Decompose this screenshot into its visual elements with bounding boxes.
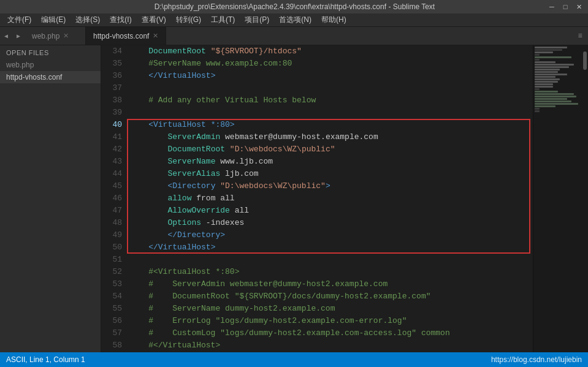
line-num-36: 36	[101, 70, 122, 82]
sidebar-file-httpd[interactable]: httpd-vhosts.conf	[0, 71, 101, 83]
menu-view[interactable]: 查看(V)	[137, 13, 171, 26]
code-line-56: # ErrorLog "logs/dummy-host2.example.com…	[129, 315, 533, 327]
code-line-39	[129, 107, 533, 119]
line-num-58: 58	[101, 339, 122, 352]
code-line-49: </Directory>	[129, 229, 533, 241]
menu-tools[interactable]: 工具(T)	[206, 13, 240, 26]
tab-httpd-vhosts[interactable]: httpd-vhosts.conf ✕	[86, 27, 166, 45]
line-num-55: 55	[101, 303, 122, 315]
minimize-button[interactable]: ─	[548, 2, 556, 11]
menu-bar: 文件(F) 编辑(E) 选择(S) 查找(I) 查看(V) 转到(G) 工具(T…	[0, 13, 588, 27]
line-num-54: 54	[101, 290, 122, 303]
code-line-42: DocumentRoot "D:\webdocs\WZ\public"	[129, 143, 533, 156]
menu-edit[interactable]: 编辑(E)	[36, 13, 71, 26]
line-num-48: 48	[101, 217, 122, 229]
line-num-51: 51	[101, 254, 122, 266]
tab-bar: ◀ ▶ web.php ✕ httpd-vhosts.conf ✕ ≡	[0, 27, 588, 45]
code-line-43: ServerName www.ljb.com	[129, 156, 533, 168]
menu-goto[interactable]: 转到(G)	[171, 13, 206, 26]
line-numbers: 34 35 36 37 38 39 40 41 42 43 44 45 46 4…	[101, 45, 127, 352]
line-num-45: 45	[101, 180, 122, 192]
line-num-47: 47	[101, 205, 122, 217]
line-num-40: 40	[101, 119, 122, 131]
status-position: ASCII, Line 1, Column 1	[6, 355, 85, 364]
line-num-57: 57	[101, 327, 122, 339]
code-line-45: <Directory "D:\webdocs\WZ\public">	[129, 180, 533, 192]
code-line-50: </VirtualHost>	[129, 241, 533, 254]
maximize-button[interactable]: □	[561, 2, 570, 11]
line-num-39: 39	[101, 107, 122, 119]
title-bar: D:\phpstudy_pro\Extensions\Apache2.4.39\…	[0, 0, 588, 13]
code-line-41: ServerAdmin webmaster@dummy-host.example…	[129, 131, 533, 143]
menu-help[interactable]: 帮助(H)	[316, 13, 351, 26]
code-line-46: allow from all	[129, 192, 533, 205]
menu-preferences[interactable]: 首选项(N)	[274, 13, 316, 26]
vertical-scrollbar[interactable]	[582, 45, 588, 352]
main-layout: OPEN FILES web.php httpd-vhosts.conf 34 …	[0, 45, 588, 352]
code-line-47: AllowOverride all	[129, 205, 533, 217]
code-line-53: # ServerAdmin webmaster@dummy-host2.exam…	[129, 278, 533, 290]
close-button[interactable]: ✕	[575, 2, 583, 11]
code-content[interactable]: DocumentRoot "${SRVROOT}/htdocs" #Server…	[127, 45, 533, 352]
code-line-54: # DocumentRoot "${SRVROOT}/docs/dummy-ho…	[129, 290, 533, 303]
code-line-38: # Add any other Virtual Hosts below	[129, 94, 533, 107]
sidebar-header: OPEN FILES	[0, 45, 101, 59]
tab-web-php-close[interactable]: ✕	[63, 32, 69, 40]
line-num-37: 37	[101, 82, 122, 94]
code-line-55: # ServerName dummy-host2.example.com	[129, 303, 533, 315]
line-num-56: 56	[101, 315, 122, 327]
sidebar-file-web-php[interactable]: web.php	[0, 59, 101, 71]
tab-overflow-menu[interactable]: ≡	[572, 27, 588, 45]
code-line-58: #</VirtualHost>	[129, 339, 533, 352]
line-num-50: 50	[101, 241, 122, 254]
line-num-44: 44	[101, 168, 122, 180]
menu-project[interactable]: 项目(P)	[240, 13, 274, 26]
minimap-content	[533, 45, 582, 114]
line-num-53: 53	[101, 278, 122, 290]
code-line-59	[129, 352, 533, 352]
minimap[interactable]	[533, 45, 582, 352]
window-title: D:\phpstudy_pro\Extensions\Apache2.4.39\…	[42, 2, 548, 11]
code-line-51	[129, 254, 533, 266]
line-num-52: 52	[101, 266, 122, 278]
code-line-36: </VirtualHost>	[129, 70, 533, 82]
code-line-48: Options -indexes	[129, 217, 533, 229]
status-url: https://blog.csdn.net/lujiebin	[491, 355, 582, 364]
line-num-41: 41	[101, 131, 122, 143]
line-num-38: 38	[101, 94, 122, 107]
tab-web-php[interactable]: web.php ✕	[25, 27, 86, 45]
line-num-35: 35	[101, 58, 122, 70]
line-num-43: 43	[101, 156, 122, 168]
tab-httpd-vhosts-close[interactable]: ✕	[153, 32, 158, 40]
menu-find[interactable]: 查找(I)	[105, 13, 136, 26]
tab-web-php-label: web.php	[32, 32, 59, 40]
code-line-40: <VirtualHost *:80>	[129, 119, 533, 131]
code-line-57: # CustomLog "logs/dummy-host2.example.co…	[129, 327, 533, 339]
line-num-42: 42	[101, 143, 122, 156]
tab-nav-left[interactable]: ◀	[0, 27, 12, 45]
status-bar: ASCII, Line 1, Column 1 https://blog.csd…	[0, 352, 588, 367]
line-num-46: 46	[101, 192, 122, 205]
sidebar: OPEN FILES web.php httpd-vhosts.conf	[0, 45, 101, 352]
tab-httpd-vhosts-label: httpd-vhosts.conf	[93, 32, 149, 40]
code-line-37	[129, 82, 533, 94]
line-num-59: 59	[101, 352, 122, 352]
tab-nav-right[interactable]: ▶	[12, 27, 25, 45]
line-num-34: 34	[101, 45, 122, 58]
menu-file[interactable]: 文件(F)	[2, 13, 36, 26]
code-line-35: #ServerName www.example.com:80	[129, 58, 533, 70]
editor-area[interactable]: 34 35 36 37 38 39 40 41 42 43 44 45 46 4…	[101, 45, 588, 352]
code-line-34: DocumentRoot "${SRVROOT}/htdocs"	[129, 45, 533, 58]
code-line-52: #<VirtualHost *:80>	[129, 266, 533, 278]
menu-select[interactable]: 选择(S)	[71, 13, 105, 26]
code-line-44: ServerAlias ljb.com	[129, 168, 533, 180]
line-num-49: 49	[101, 229, 122, 241]
